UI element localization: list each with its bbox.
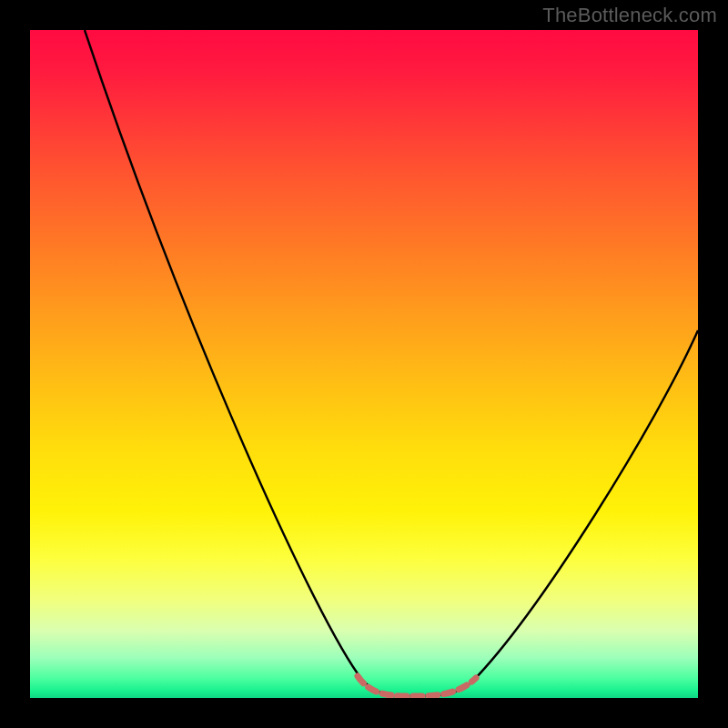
plot-area — [30, 30, 698, 698]
chart-frame: TheBottleneck.com — [0, 0, 728, 728]
watermark-text: TheBottleneck.com — [542, 4, 717, 27]
bottleneck-curve — [85, 30, 698, 696]
curve-layer — [30, 30, 698, 698]
valley-highlight — [358, 676, 476, 696]
